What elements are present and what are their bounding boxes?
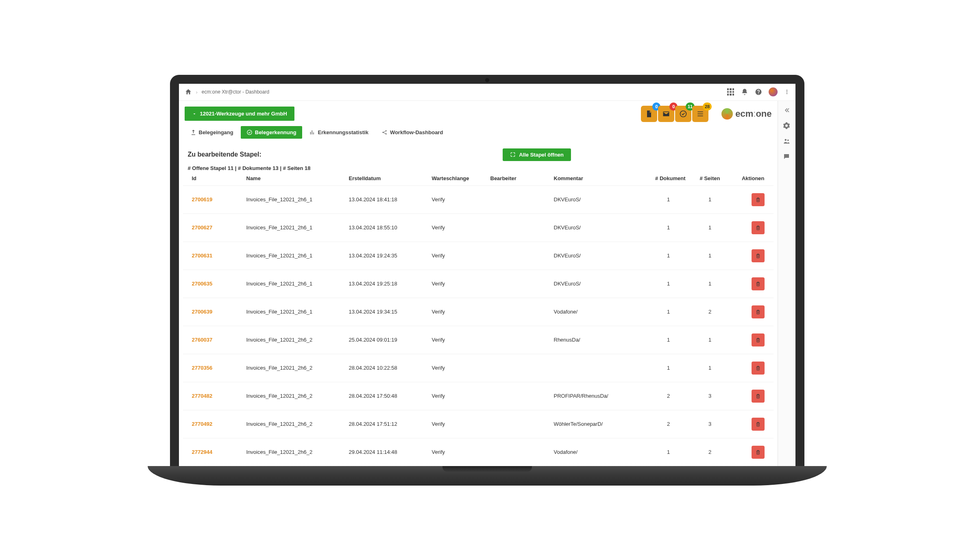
check-icon: [246, 129, 253, 135]
row-created: 13.04.2024 18:55:10: [344, 214, 427, 242]
row-queue: Verify: [427, 298, 486, 326]
row-id-link[interactable]: 2700627: [192, 224, 213, 231]
col-created[interactable]: Erstelldatum: [344, 173, 427, 186]
row-page-count: 1: [691, 214, 730, 242]
row-id-link[interactable]: 2772944: [192, 449, 213, 455]
row-name: Invoices_File_12021_2h6_2: [242, 326, 344, 354]
more-icon[interactable]: [784, 88, 790, 96]
trash-icon: [755, 337, 761, 343]
row-created: 13.04.2024 19:24:35: [344, 242, 427, 270]
delete-button[interactable]: [752, 362, 765, 375]
svg-point-5: [382, 132, 383, 133]
row-queue: Verify: [427, 185, 486, 214]
row-queue: Verify: [427, 354, 486, 382]
col-queue[interactable]: Warteschlange: [427, 173, 486, 186]
row-page-count: 1: [691, 270, 730, 298]
row-id-link[interactable]: 2760037: [192, 337, 213, 343]
header-row: 12021-Werkzeuge und mehr GmbH 0: [179, 101, 778, 122]
row-id-link[interactable]: 2700631: [192, 253, 213, 259]
trash-icon: [755, 225, 761, 231]
help-icon[interactable]: [755, 88, 762, 96]
status-list[interactable]: 28: [692, 106, 708, 122]
status-check[interactable]: 11: [675, 106, 691, 122]
row-editor: [486, 410, 549, 438]
delete-button[interactable]: [752, 221, 765, 234]
row-created: 28.04.2024 17:50:48: [344, 382, 427, 410]
apps-icon[interactable]: [727, 88, 734, 96]
delete-button[interactable]: [752, 418, 765, 431]
delete-button[interactable]: [752, 249, 765, 262]
delete-button[interactable]: [752, 277, 765, 290]
gear-icon[interactable]: [783, 122, 790, 129]
col-pages[interactable]: # Seiten: [691, 173, 730, 186]
svg-point-2: [786, 93, 787, 94]
tab-belegeingang[interactable]: Belegeingang: [185, 126, 239, 139]
list-icon: [696, 110, 704, 118]
users-icon[interactable]: [783, 137, 790, 145]
tab-erkennungsstatistik[interactable]: Erkennungsstatistik: [304, 126, 374, 139]
col-name[interactable]: Name: [242, 173, 344, 186]
row-comment: DKVEuroS/: [549, 214, 647, 242]
row-editor: [486, 326, 549, 354]
check-circle-icon: [679, 110, 687, 118]
laptop-frame: › ecm:one Xtr@ctor - Dashboard: [170, 75, 804, 486]
company-name: 12021-Werkzeuge und mehr GmbH: [200, 111, 287, 117]
col-id[interactable]: Id: [183, 173, 242, 186]
row-name: Invoices_File_12021_2h6_1: [242, 298, 344, 326]
row-id-link[interactable]: 2700619: [192, 196, 213, 203]
row-editor: [486, 270, 549, 298]
status-icons: 0 0 11: [641, 106, 708, 122]
col-doc[interactable]: # Dokument: [647, 173, 691, 186]
bell-icon[interactable]: [741, 88, 748, 96]
breadcrumb-sep: ›: [196, 89, 198, 95]
delete-button[interactable]: [752, 305, 765, 318]
col-comment[interactable]: Kommentar: [549, 173, 647, 186]
trash-icon: [755, 449, 761, 455]
trash-icon: [755, 421, 761, 427]
section-title: Zu bearbeitende Stapel:: [188, 151, 261, 158]
delete-button[interactable]: [752, 390, 765, 403]
logo: ecm:one: [721, 108, 771, 120]
row-comment: DKVEuroS/: [549, 270, 647, 298]
collapse-icon[interactable]: [783, 107, 790, 114]
delete-button[interactable]: [752, 446, 765, 459]
row-id-link[interactable]: 2770482: [192, 393, 213, 399]
table-row: 2770482 Invoices_File_12021_2h6_2 28.04.…: [183, 382, 774, 410]
avatar[interactable]: [769, 87, 778, 96]
logo-text-b: one: [756, 109, 771, 119]
row-id-link[interactable]: 2700639: [192, 309, 213, 315]
delete-button[interactable]: [752, 333, 765, 346]
delete-button[interactable]: [752, 193, 765, 206]
table-row: 2700639 Invoices_File_12021_2h6_1 13.04.…: [183, 298, 774, 326]
row-page-count: 2: [691, 298, 730, 326]
row-doc-count: 1: [647, 185, 691, 214]
row-doc-count: 2: [647, 382, 691, 410]
row-id-link[interactable]: 2770356: [192, 365, 213, 371]
company-selector-button[interactable]: 12021-Werkzeuge und mehr GmbH: [185, 107, 294, 121]
row-page-count: 1: [691, 242, 730, 270]
tab-workflow-dashboard[interactable]: Workflow-Dashboard: [376, 126, 449, 139]
row-doc-count: 1: [647, 242, 691, 270]
chat-icon[interactable]: [783, 153, 790, 160]
status-docs[interactable]: 0: [641, 106, 657, 122]
row-id-link[interactable]: 2770492: [192, 421, 213, 427]
row-doc-count: 1: [647, 326, 691, 354]
status-mail[interactable]: 0: [658, 106, 674, 122]
row-name: Invoices_File_12021_2h6_2: [242, 382, 344, 410]
home-icon[interactable]: [185, 88, 192, 96]
col-editor[interactable]: Bearbeiter: [486, 173, 549, 186]
trash-icon: [755, 197, 761, 203]
row-doc-count: 1: [647, 214, 691, 242]
col-actions[interactable]: Aktionen: [730, 173, 774, 186]
tabs: Belegeingang Belegerkennung Erkennungsst…: [179, 122, 778, 139]
breadcrumb[interactable]: ecm:one Xtr@ctor - Dashboard: [202, 89, 269, 95]
row-name: Invoices_File_12021_2h6_1: [242, 242, 344, 270]
row-queue: Verify: [427, 382, 486, 410]
table-header-row: Id Name Erstelldatum Warteschlange Bearb…: [183, 173, 774, 186]
row-editor: [486, 214, 549, 242]
row-id-link[interactable]: 2700635: [192, 281, 213, 287]
open-all-button[interactable]: Alle Stapel öffnen: [503, 148, 571, 161]
row-created: 28.04.2024 10:22:58: [344, 354, 427, 382]
app-root: › ecm:one Xtr@ctor - Dashboard: [179, 84, 795, 466]
tab-belegerkennung[interactable]: Belegerkennung: [241, 126, 302, 139]
